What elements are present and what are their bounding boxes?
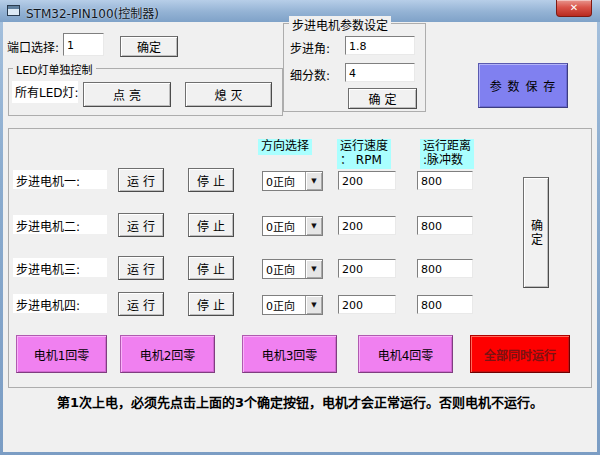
close-button[interactable]: ✕: [556, 0, 592, 17]
led-off-button[interactable]: 熄 灭: [185, 82, 272, 107]
chevron-down-icon[interactable]: ▼: [305, 217, 322, 235]
motor4-zero-button[interactable]: 电机4回零: [358, 335, 453, 373]
subdivision-label: 细分数:: [290, 66, 330, 83]
stepper-params-legend: 步进电机参数设定: [289, 16, 391, 33]
motor1-direction-value: 0正向: [263, 173, 305, 189]
motors-confirm-button[interactable]: 确定: [523, 177, 549, 288]
params-confirm-button[interactable]: 确 定: [348, 88, 417, 109]
motor3-speed-input[interactable]: [338, 259, 396, 278]
speed-header: 运行速度 ： RPM: [337, 139, 391, 169]
motor4-stop-button[interactable]: 停 止: [188, 292, 234, 316]
port-input[interactable]: [63, 33, 104, 56]
all-led-label: 所有LED灯:: [12, 81, 78, 103]
motor1-run-button[interactable]: 运 行: [118, 168, 164, 192]
motor2-stop-button[interactable]: 停 止: [188, 213, 234, 237]
motor1-distance-input[interactable]: [417, 171, 473, 190]
motor3-direction-select[interactable]: 0正向 ▼: [262, 259, 323, 279]
motor3-zero-button[interactable]: 电机3回零: [242, 335, 337, 373]
startup-note: 第1次上电，必须先点击上面的3个确定按钮，电机才会正常运行。否则电机不运行。: [0, 392, 600, 411]
motor3-distance-input[interactable]: [417, 259, 473, 278]
motor2-label: 步进电机二:: [13, 215, 107, 234]
motor2-speed-input[interactable]: [338, 216, 396, 235]
motor4-direction-select[interactable]: 0正向 ▼: [262, 295, 323, 315]
chevron-down-icon[interactable]: ▼: [305, 172, 322, 190]
step-angle-label: 步进角:: [290, 39, 330, 56]
port-confirm-button[interactable]: 确定: [120, 36, 178, 57]
motor1-direction-select[interactable]: 0正向 ▼: [262, 171, 323, 191]
port-select-label: 端口选择:: [7, 38, 59, 55]
run-all-button[interactable]: 全部同时运行: [470, 335, 570, 373]
chevron-down-icon[interactable]: ▼: [305, 296, 322, 314]
motor4-speed-input[interactable]: [338, 295, 396, 314]
motor3-label: 步进电机三:: [13, 258, 107, 277]
window-icon: [7, 5, 20, 16]
window-title: STM32-PIN100(控制器): [26, 4, 159, 21]
motor2-run-button[interactable]: 运 行: [118, 213, 164, 237]
motor1-stop-button[interactable]: 停 止: [188, 168, 234, 192]
motor4-distance-input[interactable]: [417, 295, 473, 314]
direction-header: 方向选择: [258, 139, 312, 155]
motor3-direction-value: 0正向: [263, 261, 305, 277]
motor2-distance-input[interactable]: [417, 216, 473, 235]
save-params-button[interactable]: 参 数 保 存: [478, 63, 568, 108]
motor1-zero-button[interactable]: 电机1回零: [16, 335, 107, 373]
motor1-speed-input[interactable]: [338, 171, 396, 190]
motor2-zero-button[interactable]: 电机2回零: [120, 335, 215, 373]
close-icon: ✕: [570, 2, 578, 13]
led-on-button[interactable]: 点 亮: [83, 82, 171, 107]
chevron-down-icon[interactable]: ▼: [305, 260, 322, 278]
motor2-direction-select[interactable]: 0正向 ▼: [262, 216, 323, 236]
motor1-label: 步进电机一:: [13, 170, 107, 189]
motor4-run-button[interactable]: 运 行: [118, 292, 164, 316]
motor4-direction-value: 0正向: [263, 297, 305, 313]
motor4-label: 步进电机四:: [13, 294, 107, 313]
motor2-direction-value: 0正向: [263, 218, 305, 234]
app-window: STM32-PIN100(控制器) ✕ 端口选择: 确定 LED灯单独控制 所有…: [0, 0, 600, 455]
subdivision-input[interactable]: [345, 63, 415, 82]
motor3-stop-button[interactable]: 停 止: [188, 256, 234, 280]
step-angle-input[interactable]: [345, 36, 415, 55]
led-group-legend: LED灯单独控制: [13, 61, 96, 77]
distance-header: 运行距离 :脉冲数: [420, 139, 474, 169]
motor3-run-button[interactable]: 运 行: [118, 256, 164, 280]
